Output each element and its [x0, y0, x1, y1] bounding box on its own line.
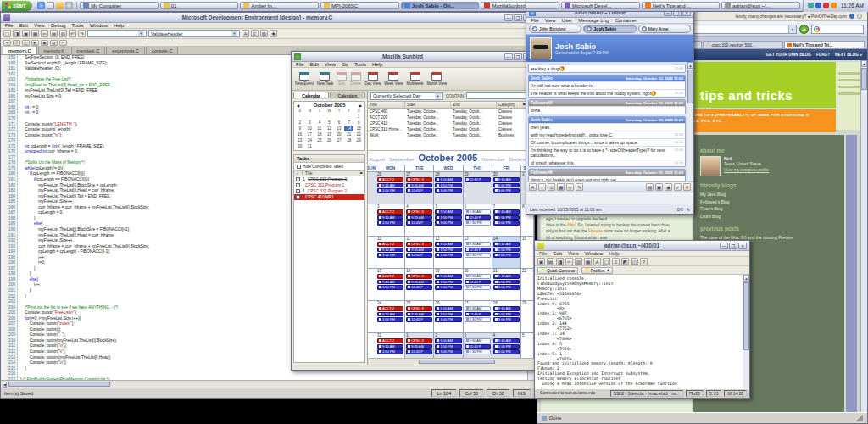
- b2-icon[interactable]: ◩: [31, 40, 39, 46]
- month-cell-sat[interactable]: 15: [521, 237, 534, 269]
- month-cell-14[interactable]: 149:10 AM1:50 PM3:00 PM: [492, 237, 521, 269]
- month-cell-28[interactable]: 289:10 AM1:50 PM3:00 PM: [492, 301, 521, 333]
- minical-day[interactable]: 11: [314, 126, 325, 131]
- maximize-icon[interactable]: ❐: [729, 243, 737, 249]
- event-chip[interactable]: 9:10 AM: [435, 338, 461, 343]
- event-chip[interactable]: 9:10 AM: [435, 274, 461, 279]
- month-cell-29[interactable]: 2912:40 P: [464, 172, 492, 204]
- menu-view[interactable]: View: [568, 251, 579, 256]
- menu-view[interactable]: View: [325, 62, 336, 67]
- event-chip[interactable]: 3:00 PM: [493, 253, 520, 258]
- event-chip[interactable]: 9:30 AM: [465, 338, 491, 343]
- document-tab[interactable]: memtest.C: [71, 47, 106, 54]
- new-icon[interactable]: ▢: [603, 258, 610, 265]
- event-chip[interactable]: 1:50 PM: [377, 220, 403, 226]
- month-cell-25[interactable]: 25CPSC 39:35 AM12:45 P: [405, 301, 434, 333]
- event-chip[interactable]: 12:45 P: [406, 349, 432, 354]
- event-chip[interactable]: 9:10 AM: [377, 280, 403, 285]
- document-tab[interactable]: memory.h: [38, 47, 70, 54]
- redo-icon[interactable]: ↷: [78, 30, 86, 37]
- message-input[interactable]: [526, 192, 693, 204]
- month-cell-27[interactable]: 279:30 AM12:40 P2:30 PM: [464, 301, 492, 333]
- event-chip[interactable]: ACCT 2: [377, 306, 403, 311]
- tray-icon-3[interactable]: [823, 3, 829, 8]
- event-chip[interactable]: 9:10 AM: [493, 274, 520, 279]
- event-chip[interactable]: 9:10 AM: [493, 306, 520, 311]
- tray-icon-1[interactable]: [808, 3, 814, 8]
- terminal-titlebar[interactable]: adrian@sun:~/410/01 —❐✕: [535, 241, 749, 251]
- event-chip[interactable]: 1:50 PM: [377, 349, 403, 354]
- blog-link[interactable]: Ryan's Blog: [700, 205, 837, 213]
- conversation-tab[interactable]: Josh Sabio: [583, 25, 636, 33]
- scroll-thumb[interactable]: [743, 282, 749, 350]
- minimize-icon[interactable]: —: [504, 14, 513, 21]
- month-cell-sun[interactable]: [368, 301, 376, 333]
- event-chip[interactable]: 9:35 AM: [406, 248, 432, 253]
- navbar-link[interactable]: FLAG?: [816, 53, 830, 57]
- font-icon[interactable]: A: [529, 183, 537, 191]
- taskbar-button[interactable]: Josh Sabio - On...: [401, 2, 480, 9]
- hide-completed-checkbox[interactable]: Hide Completed Tasks: [294, 163, 364, 170]
- member-combo[interactable]: ValidateHeader▼: [148, 30, 240, 37]
- scroll-left-icon[interactable]: ◀: [3, 382, 7, 388]
- task-checkbox[interactable]: [296, 189, 300, 193]
- month-cell-20[interactable]: 209:30 AM12:40 P2:30 PM: [464, 269, 492, 301]
- event-row[interactable]: ACCT 209Tuesday, Octobe...Tuesday, Octob…: [368, 114, 534, 120]
- browser-scrollbar[interactable]: ▲: [860, 60, 867, 412]
- props-icon[interactable]: ▧: [260, 30, 268, 37]
- terminal-scrollbar[interactable]: ▲: [743, 275, 749, 388]
- event-chip[interactable]: 1:50 PM: [377, 253, 403, 258]
- go-button[interactable]: ➜: [799, 25, 809, 34]
- blog-header-links[interactable]: [836, 62, 862, 130]
- message-history[interactable]: ▲ are they a drug11:05Josh SabioSaturday…: [526, 62, 693, 181]
- taskbar-button[interactable]: 01: [160, 2, 239, 9]
- month-cell-11[interactable]: 11CPSC 39:35 AM12:45 P: [405, 237, 434, 269]
- minical-day[interactable]: 27: [334, 137, 344, 143]
- cut-icon[interactable]: ✂: [41, 30, 48, 37]
- blog-link[interactable]: Fellowes's Blog: [700, 198, 837, 206]
- desktop-quicklaunch-icon[interactable]: [65, 2, 73, 9]
- event-chip[interactable]: 9:10 AM: [493, 209, 520, 215]
- month-cell-28[interactable]: 289:10 AM1:50 PM3:00 PM: [434, 172, 463, 204]
- solution-icon[interactable]: ≡: [251, 30, 259, 37]
- minical-day[interactable]: 14: [344, 126, 354, 131]
- conversation-tab[interactable]: Mary Anne: [638, 25, 691, 33]
- month-prev2-label[interactable]: August: [369, 157, 385, 162]
- month-cell-sun[interactable]: [368, 269, 376, 301]
- document-tab[interactable]: exceptions.C: [106, 47, 145, 54]
- scroll-up-icon[interactable]: ▲: [687, 62, 693, 69]
- event-chip[interactable]: 3:00 PM: [435, 220, 461, 226]
- event-chip[interactable]: 12:40 P: [465, 280, 491, 285]
- minical-day[interactable]: 3: [305, 120, 315, 126]
- minical-day[interactable]: 21: [344, 131, 354, 137]
- event-chip[interactable]: 3:00 PM: [493, 317, 520, 322]
- save-icon[interactable]: ▣: [22, 30, 30, 37]
- send-file-icon[interactable]: ▤: [646, 183, 654, 191]
- minimize-icon[interactable]: —: [720, 243, 728, 249]
- event-chip[interactable]: 9:10 AM: [435, 242, 461, 247]
- month-cell-19[interactable]: 199:10 AM1:50 PM3:00 PM: [434, 269, 463, 301]
- minical-day[interactable]: 19: [325, 131, 335, 137]
- minical-day[interactable]: 4: [314, 120, 325, 126]
- task-row[interactable]: 1CPSC 332 Program 2: [294, 188, 364, 194]
- event-chip[interactable]: 9:30 AM: [465, 242, 491, 247]
- task-row[interactable]: CPSC 332 Program 1: [294, 182, 364, 188]
- event-chip[interactable]: 1:50 PM: [493, 344, 520, 349]
- month-cell-sun[interactable]: [368, 204, 376, 237]
- month-next-label[interactable]: November: [481, 157, 505, 162]
- search-input[interactable]: G: [811, 25, 864, 34]
- menu-view[interactable]: View: [545, 18, 556, 23]
- minical-day[interactable]: 25: [314, 137, 325, 143]
- event-chip[interactable]: 2:30 PM: [465, 349, 491, 354]
- month-prev-label[interactable]: September: [389, 157, 414, 162]
- month-cell-10[interactable]: 10ACCT 29:10 AM1:50 PM: [376, 237, 405, 269]
- task-row[interactable]: CPSC 410 MP1: [294, 194, 364, 200]
- event-chip[interactable]: ACCT 2: [377, 242, 403, 247]
- task-row[interactable]: ✓1CPSC 332 Program 0: [294, 176, 364, 182]
- minical-day[interactable]: 23: [295, 137, 305, 143]
- document-tab[interactable]: console.C: [146, 47, 178, 54]
- event-chip[interactable]: 9:35 AM: [406, 312, 432, 317]
- menu-message-log[interactable]: Message Log: [578, 18, 609, 23]
- blog-link[interactable]: My Java Blog: [700, 191, 837, 198]
- event-chip[interactable]: CPSC 3: [406, 338, 432, 343]
